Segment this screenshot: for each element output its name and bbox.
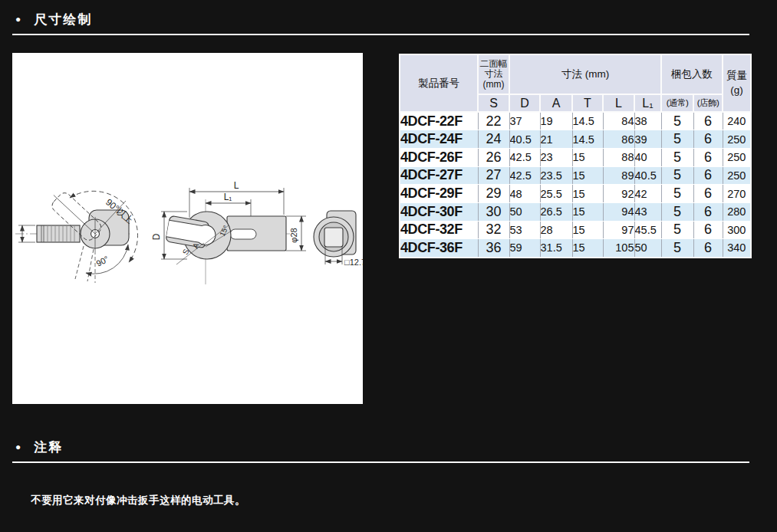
d-cell: 40.5 bbox=[509, 130, 540, 149]
bullet-icon: ● bbox=[15, 15, 21, 24]
l1-cell: 39 bbox=[634, 130, 661, 149]
pack-display-cell: 6 bbox=[693, 239, 723, 258]
l-cell: 88 bbox=[603, 148, 634, 166]
l1-cell: 43 bbox=[634, 202, 661, 221]
l1-cell: 38 bbox=[634, 112, 661, 130]
a-cell: 31.5 bbox=[540, 239, 572, 258]
a-cell: 25.5 bbox=[540, 185, 572, 203]
mass-cell: 340 bbox=[723, 239, 751, 258]
l1-cell: 40 bbox=[634, 148, 661, 166]
a-cell: 23.5 bbox=[540, 166, 572, 185]
l-cell: 84 bbox=[603, 112, 634, 130]
dim-L1-label: L₁ bbox=[224, 192, 232, 202]
l1-cell: 45.5 bbox=[634, 221, 661, 239]
mass-cell: 240 bbox=[723, 112, 751, 130]
header-l: L bbox=[603, 94, 634, 112]
s-cell: 24 bbox=[478, 130, 509, 149]
pack-normal-cell: 5 bbox=[661, 202, 693, 221]
d-cell: 42.5 bbox=[509, 166, 540, 185]
header-product-no: 製品番号 bbox=[400, 54, 478, 112]
pack-normal-cell: 5 bbox=[661, 112, 693, 130]
l-cell: 89 bbox=[603, 166, 634, 185]
mass-cell: 270 bbox=[723, 185, 751, 203]
table-row: 4DCF-24F 24 40.5 21 14.5 86 39 5 6 250 bbox=[400, 130, 751, 149]
t-cell: 15 bbox=[572, 239, 603, 258]
t-cell: 15 bbox=[572, 221, 603, 239]
table-row: 4DCF-32F 32 53 28 15 97 45.5 5 6 300 bbox=[400, 221, 751, 239]
product-spec-page: ● 尺寸绘制 bbox=[0, 0, 777, 532]
header-packing-group: 梱包入数 bbox=[661, 54, 723, 94]
table-row: 4DCF-22F 22 37 19 14.5 84 38 5 6 240 bbox=[400, 112, 751, 130]
neck-diameter-label: φ28 bbox=[289, 228, 298, 242]
mass-cell: 250 bbox=[723, 166, 751, 185]
section-title-dimensions: 尺寸绘制 bbox=[34, 11, 92, 28]
l1-cell: 42 bbox=[634, 185, 661, 203]
d-cell: 42.5 bbox=[509, 148, 540, 166]
d-cell: 53 bbox=[509, 221, 540, 239]
mass-cell: 300 bbox=[723, 221, 751, 239]
section-title-notes: 注释 bbox=[34, 438, 63, 456]
l-cell: 86 bbox=[603, 130, 634, 149]
a-cell: 23 bbox=[540, 148, 572, 166]
a-cell: 28 bbox=[540, 221, 572, 239]
product-number-cell: 4DCF-27F bbox=[400, 166, 478, 185]
s-cell: 30 bbox=[478, 202, 509, 221]
t-cell: 14.5 bbox=[572, 130, 603, 149]
s-cell: 26 bbox=[478, 148, 509, 166]
l-cell: 92 bbox=[603, 185, 634, 203]
pack-display-cell: 6 bbox=[693, 185, 723, 203]
table-row: 4DCF-36F 36 59 31.5 15 105 50 5 6 340 bbox=[400, 239, 751, 258]
product-number-cell: 4DCF-32F bbox=[400, 221, 478, 239]
spec-table-container: 製品番号 二面幅 寸法 (mm) 寸法 (mm) 梱包入数 質量 (g) S D… bbox=[399, 54, 752, 258]
s-cell: 36 bbox=[478, 239, 509, 258]
a-cell: 19 bbox=[540, 112, 572, 130]
t-cell: 15 bbox=[572, 148, 603, 166]
table-row: 4DCF-26F 26 42.5 23 15 88 40 5 6 250 bbox=[400, 148, 751, 166]
mass-cell: 250 bbox=[723, 148, 751, 166]
header-s: S bbox=[478, 94, 509, 112]
pack-normal-cell: 5 bbox=[661, 185, 693, 203]
product-number-cell: 4DCF-29F bbox=[400, 185, 478, 203]
l-cell: 97 bbox=[603, 221, 634, 239]
s-cell: 22 bbox=[478, 112, 509, 130]
a-cell: 21 bbox=[540, 130, 572, 149]
l-cell: 94 bbox=[603, 202, 634, 221]
end-view: □12.7 bbox=[314, 211, 363, 267]
table-row: 4DCF-29F 29 48 25.5 15 92 42 5 6 270 bbox=[400, 185, 751, 203]
pack-normal-cell: 5 bbox=[661, 239, 693, 258]
table-row: 4DCF-27F 27 42.5 23.5 15 89 40.5 5 6 250 bbox=[400, 166, 751, 185]
l-cell: 105 bbox=[603, 239, 634, 258]
s-cell: 32 bbox=[478, 221, 509, 239]
l1-cell: 50 bbox=[634, 239, 661, 258]
header-t: T bbox=[572, 94, 603, 112]
mass-cell: 250 bbox=[723, 130, 751, 149]
wrench-technical-drawing: 90°以上 90° L L₁ bbox=[12, 53, 363, 404]
a-cell: 26.5 bbox=[540, 202, 572, 221]
table-row: 4DCF-30F 30 50 26.5 15 94 43 5 6 280 bbox=[400, 202, 751, 221]
header-a: A bbox=[540, 94, 572, 112]
header-d: D bbox=[509, 94, 540, 112]
d-cell: 48 bbox=[509, 185, 540, 203]
t-cell: 15 bbox=[572, 166, 603, 185]
d-cell: 50 bbox=[509, 202, 540, 221]
pack-normal-cell: 5 bbox=[661, 130, 693, 149]
product-number-cell: 4DCF-30F bbox=[400, 202, 478, 221]
product-spec-table: 製品番号 二面幅 寸法 (mm) 寸法 (mm) 梱包入数 質量 (g) S D… bbox=[399, 54, 752, 258]
header-mass: 質量 (g) bbox=[723, 54, 751, 112]
mass-cell: 280 bbox=[723, 202, 751, 221]
s-cell: 27 bbox=[478, 166, 509, 185]
drive-square-label: □12.7 bbox=[344, 258, 363, 267]
header-width-across-flats: 二面幅 寸法 (mm) bbox=[478, 54, 509, 94]
pack-display-cell: 6 bbox=[693, 221, 723, 239]
product-number-cell: 4DCF-22F bbox=[400, 112, 478, 130]
t-cell: 15 bbox=[572, 185, 603, 203]
pack-normal-cell: 5 bbox=[661, 166, 693, 185]
pack-normal-cell: 5 bbox=[661, 221, 693, 239]
pack-display-cell: 6 bbox=[693, 166, 723, 185]
t-cell: 14.5 bbox=[572, 112, 603, 130]
pack-display-cell: 6 bbox=[693, 148, 723, 166]
pack-normal-cell: 5 bbox=[661, 148, 693, 166]
dim-L-label: L bbox=[234, 180, 239, 191]
d-cell: 59 bbox=[509, 239, 540, 258]
d-cell: 37 bbox=[509, 112, 540, 130]
